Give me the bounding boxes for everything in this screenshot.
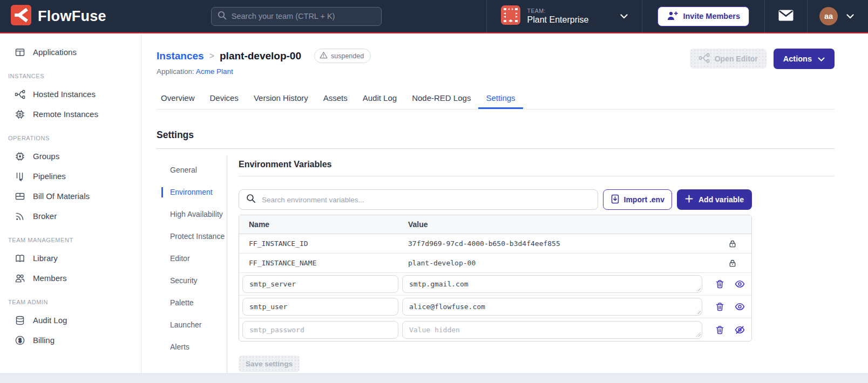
user-avatar: aa [819,7,838,25]
settings-nav-protect-instance[interactable]: Protect Instance [161,231,227,242]
settings-nav-security[interactable]: Security [161,276,227,286]
settings-nav: General Environment High Availability Pr… [161,149,227,373]
eye-icon[interactable] [731,299,748,315]
settings-nav-high-availability[interactable]: High Availability [161,209,227,220]
search-icon [218,11,227,22]
environment-title-divider [239,176,835,176]
tab-version-history[interactable]: Version History [246,88,316,109]
sidebar-item-groups[interactable]: Groups [0,146,141,166]
settings-nav-launcher[interactable]: Launcher [161,320,227,330]
sidebar-item-label: Library [33,254,58,263]
env-variables-table: Name Value FF_INSTANCE_ID 37f7d969-97cd-… [239,215,752,341]
invite-members-button[interactable]: Invite Members [657,6,749,26]
sidebar-section-team-management: TEAM MANAGEMENT [8,237,141,243]
settings-nav-editor[interactable]: Editor [161,254,227,264]
tab-overview[interactable]: Overview [157,88,202,109]
env-var-value-input[interactable] [402,275,702,293]
add-variable-label: Add variable [699,195,744,204]
delete-variable-button[interactable] [711,299,728,315]
env-var-value-input[interactable] [402,321,702,339]
broker-icon [15,211,25,222]
sidebar-item-label: Pipelines [33,172,66,181]
sidebar-item-hosted-instances[interactable]: Hosted Instances [0,84,141,104]
settings-nav-general[interactable]: General [161,165,227,175]
page-title: plant-develop-00 [220,50,301,62]
sidebar-item-library[interactable]: Library [0,248,141,268]
import-env-button[interactable]: Import .env [603,189,672,210]
env-var-name-input[interactable] [242,321,398,339]
settings-nav-alerts[interactable]: Alerts [161,342,227,352]
settings-nav-palette[interactable]: Palette [161,298,227,308]
tab-assets[interactable]: Assets [316,88,355,109]
sidebar: Applications INSTANCES Hosted Instances … [0,33,141,373]
application-link[interactable]: Acme Plant [196,67,233,76]
page-bottom-strip [0,373,868,383]
team-avatar [501,5,520,27]
envelope-icon [778,10,794,23]
plus-icon [685,195,693,204]
settings-nav-environment[interactable]: Environment [161,187,227,197]
sidebar-item-applications[interactable]: Applications [0,42,141,62]
add-variable-button[interactable]: Add variable [677,189,752,210]
table-row: FF_INSTANCE_NAME plant-develop-00 [239,254,751,273]
eye-off-icon[interactable] [731,322,748,338]
sidebar-item-label: Audit Log [33,316,67,325]
sidebar-item-broker[interactable]: Broker [0,206,141,226]
environment-variables-title: Environment Variables [239,160,835,169]
open-editor-button[interactable]: Open Editor [690,49,767,69]
audit-log-icon [15,315,25,326]
pipelines-icon [15,171,25,182]
tab-settings[interactable]: Settings [478,88,523,109]
status-badge-label: suspended [331,52,364,60]
env-var-value-input[interactable] [402,298,702,316]
main-content: Instances > plant-develop-00 suspended A… [141,33,868,373]
notifications-button[interactable] [765,10,807,23]
actions-button[interactable]: Actions [774,49,835,69]
lock-icon [728,240,737,248]
brand-name: FlowFuse [38,8,106,25]
sidebar-item-bill-of-materials[interactable]: Bill Of Materials [0,186,141,206]
members-icon [15,273,25,284]
settings-title: Settings [157,129,835,141]
flowfuse-brand[interactable]: FlowFuse [11,5,106,28]
team-search-input[interactable] [232,12,375,20]
billing-icon: $ [15,335,25,346]
sidebar-item-label: Bill Of Materials [33,191,90,201]
env-var-value: plant-develop-00 [408,259,714,267]
svg-text:$: $ [18,337,22,343]
import-env-label: Import .env [624,195,664,204]
breadcrumb-separator: > [209,51,214,61]
remote-instances-icon [15,109,25,120]
sidebar-section-team-admin: TEAM ADMIN [8,299,141,305]
sidebar-item-audit-log[interactable]: Audit Log [0,310,141,330]
warning-triangle-icon [320,51,328,60]
applications-icon [15,47,25,58]
delete-variable-button[interactable] [711,322,728,338]
library-icon [15,253,25,264]
env-var-name-input[interactable] [242,298,398,316]
sidebar-item-members[interactable]: Members [0,268,141,288]
save-settings-button[interactable]: Save settings [239,355,300,372]
delete-variable-button[interactable] [711,276,728,292]
eye-icon[interactable] [731,276,748,292]
sidebar-item-label: Billing [33,336,55,345]
breadcrumb-instances-link[interactable]: Instances [157,50,204,62]
sidebar-section-instances: INSTANCES [8,73,141,79]
env-search[interactable] [239,189,598,210]
user-plus-icon [667,11,678,22]
tab-devices[interactable]: Devices [202,88,246,109]
env-var-name-input[interactable] [242,275,398,293]
status-badge: suspended [314,49,371,63]
sidebar-item-remote-instances[interactable]: Remote Instances [0,104,141,124]
sidebar-item-billing[interactable]: $ Billing [0,330,141,350]
table-row: FF_INSTANCE_ID 37f7d969-97cd-4000-b650-b… [239,234,751,254]
env-var-value: 37f7d969-97cd-4000-b650-b3d4f4eef855 [408,240,714,248]
sidebar-item-pipelines[interactable]: Pipelines [0,166,141,186]
env-search-input[interactable] [262,196,591,204]
team-search[interactable] [211,7,382,26]
user-menu[interactable]: aa [808,7,859,25]
tab-audit-log[interactable]: Audit Log [355,88,404,109]
team-selector[interactable]: TEAM: Plant Enterprise [487,5,642,27]
tab-node-red-logs[interactable]: Node-RED Logs [404,88,478,109]
table-header: Name Value [239,215,751,234]
